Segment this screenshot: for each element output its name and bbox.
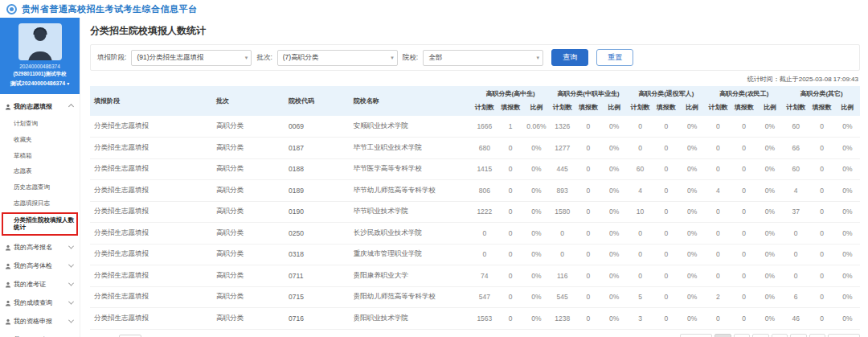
value-cell: 0 [783, 244, 809, 265]
value-cell: 0 [653, 223, 679, 245]
sidebar-item-6-active[interactable]: 分类招生院校填报人数统计 [2, 212, 78, 236]
sidebar-section-collapsed-4[interactable]: 我的资格申报 [0, 312, 80, 331]
sidebar-section-collapsed-5[interactable]: 我的录取结果 [0, 331, 80, 337]
user-account-dropdown[interactable]: 测试20240000486374 ▾ [2, 80, 78, 88]
value-cell: 60 [783, 158, 809, 180]
user-school: (5298011001)测试学校 [2, 71, 78, 78]
value-cell: 0 [575, 223, 601, 245]
dropdown-arrow-icon: ▾ [245, 55, 248, 61]
value-cell: 0% [601, 158, 627, 180]
page-button-4[interactable]: 4 [772, 334, 788, 337]
person-icon [5, 263, 11, 269]
value-cell: 0% [601, 180, 627, 202]
query-button[interactable]: 查询 [551, 49, 588, 66]
value-cell: 0% [835, 201, 860, 223]
chevron-down-icon [68, 299, 74, 305]
value-cell: 0 [809, 180, 834, 202]
value-cell: 0 [575, 158, 601, 180]
table-row: 分类招生志愿填报高职分类0716贵阳职业技术学院156300%123800%30… [90, 308, 860, 330]
page-size-select[interactable]: 10 ▾ [119, 335, 141, 337]
group-header: 高职分类(高中生) [472, 86, 550, 101]
table-row: 分类招生志愿填报高职分类0187毕节工业职业技术学院68000%127700%0… [90, 138, 860, 159]
chevron-down-icon [68, 281, 74, 286]
sub-header: 计划数 [783, 101, 809, 116]
prev-page-button[interactable]: 上一页 [680, 334, 712, 337]
batch-select[interactable]: (7)高职分类 ▾ [277, 50, 398, 66]
value-cell: 0 [809, 308, 834, 330]
main-content: 分类招生院校填报人数统计 填报阶段: (91)分类招生志愿填报 ▾ 批次: (7… [80, 18, 868, 337]
page-button-6[interactable]: 6 [809, 334, 825, 337]
chevron-down-icon [68, 318, 74, 323]
value-cell: 0 [575, 201, 601, 223]
sidebar-item-3[interactable]: 志愿表 [0, 163, 80, 179]
stage-select[interactable]: (91)分类招生志愿填报 ▾ [131, 50, 252, 66]
value-cell: 0 [497, 180, 523, 202]
next-page-button[interactable]: 下一页 [828, 334, 860, 337]
platform-title: 贵州省普通高校招生考试考生综合信息平台 [22, 3, 198, 15]
value-cell: 0% [679, 286, 705, 308]
value-cell: 0 [783, 223, 809, 245]
name-cell: 毕节医学高等专科学校 [350, 158, 472, 180]
reset-button[interactable]: 重置 [596, 49, 633, 66]
batch-cell: 高职分类 [212, 116, 285, 138]
value-cell: 60 [783, 116, 809, 138]
page-title: 分类招生院校填报人数统计 [90, 21, 860, 44]
value-cell: 0 [575, 265, 601, 287]
value-cell: 0 [627, 116, 653, 138]
sub-header: 填报数 [653, 101, 679, 116]
value-cell: 0 [472, 223, 497, 245]
sidebar-item-2[interactable]: 草稿箱 [0, 148, 80, 164]
sidebar-collapsed-sections: 我的高考报名我的高考体检我的准考证我的成绩查询我的资格申报我的录取结果 [0, 238, 80, 337]
value-cell: 0% [523, 201, 549, 223]
sidebar-section-collapsed-1[interactable]: 我的高考体检 [0, 257, 80, 275]
table-body: 分类招生志愿填报高职分类0069安顺职业技术学院166610.06%132600… [90, 116, 860, 329]
person-icon [5, 300, 11, 306]
dropdown-arrow-icon: ▾ [537, 55, 540, 61]
sidebar-section-collapsed-2[interactable]: 我的准考证 [0, 275, 80, 294]
value-cell: 0% [679, 201, 705, 223]
stage-cell: 分类招生志愿填报 [90, 286, 212, 308]
value-cell: 0 [627, 265, 653, 287]
value-cell: 0% [757, 116, 783, 138]
name-cell: 安顺职业技术学院 [350, 116, 472, 138]
value-cell: 0 [575, 138, 601, 159]
sidebar-section-collapsed-0[interactable]: 我的高考报名 [0, 238, 80, 257]
column-header: 院校名称 [350, 86, 472, 116]
sidebar-section-my-volunteer[interactable]: 我的志愿填报 [0, 97, 80, 116]
value-cell: 0% [679, 138, 705, 159]
value-cell: 0 [653, 180, 679, 202]
value-cell: 0 [731, 138, 757, 159]
person-icon [5, 319, 11, 325]
value-cell: 0 [783, 265, 809, 287]
value-cell: 0 [497, 138, 523, 159]
value-cell: 0 [705, 265, 731, 287]
batch-cell: 高职分类 [212, 223, 285, 245]
page-button-5[interactable]: 5 [790, 334, 806, 337]
sidebar-section-collapsed-3[interactable]: 我的成绩查询 [0, 294, 80, 312]
chevron-down-icon: ▾ [67, 81, 69, 86]
page-button-1[interactable]: 1 [714, 334, 731, 337]
page-button-3[interactable]: 3 [752, 334, 768, 337]
value-cell: 0 [705, 138, 731, 159]
value-cell: 0.06% [523, 116, 549, 138]
stage-filter-label: 填报阶段: [97, 53, 126, 63]
stage-cell: 分类招生志愿填报 [90, 308, 212, 330]
value-cell: 0% [679, 308, 705, 330]
table-row: 分类招生志愿填报高职分类0188毕节医学高等专科学校141500%44500%6… [90, 158, 860, 180]
value-cell: 0 [550, 223, 575, 245]
sidebar-item-4[interactable]: 历史志愿查询 [0, 179, 80, 195]
value-cell: 0 [653, 308, 679, 330]
sidebar-item-1[interactable]: 收藏夹 [0, 132, 80, 148]
value-cell: 6 [783, 286, 809, 308]
college-select[interactable]: 全部 ▾ [423, 50, 543, 66]
chevron-down-icon [68, 244, 74, 249]
sidebar-item-5[interactable]: 志愿填报日志 [0, 195, 80, 212]
sidebar-item-0[interactable]: 计划查询 [0, 116, 80, 132]
value-cell: 0 [731, 158, 757, 180]
value-cell: 0 [497, 223, 523, 245]
page-button-2[interactable]: 2 [734, 334, 750, 337]
user-id: 20240000486374 [2, 64, 78, 69]
group-header: 高职分类(其它) [783, 86, 860, 101]
value-cell: 0 [809, 138, 834, 159]
stage-cell: 分类招生志愿填报 [90, 158, 212, 180]
